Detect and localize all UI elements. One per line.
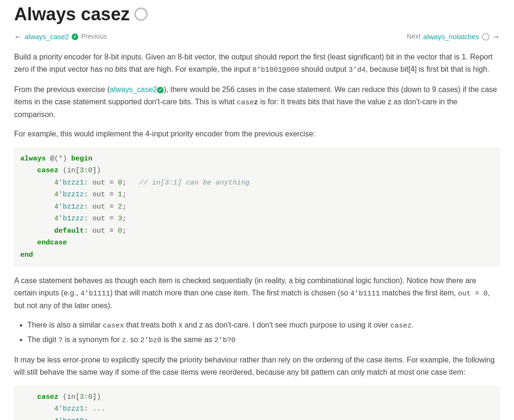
code-literal: 2'b?0 [215, 336, 236, 344]
list-item: There is also a similar casex that treat… [27, 319, 500, 332]
inline-link-always-case2[interactable]: always_case2 [110, 85, 158, 93]
page-title: Always casez [14, 0, 500, 29]
text: is a synonym for [63, 336, 122, 344]
next-link[interactable]: always_nolatches [423, 31, 479, 42]
code-literal: 3'd4 [348, 66, 365, 74]
nav-prev-group: ← always_case2✓ Previous [14, 31, 107, 43]
prev-link[interactable]: always_case2 [25, 31, 69, 42]
arrow-right-icon[interactable]: → [492, 31, 500, 43]
nav-next-group: Next always_nolatches → [407, 31, 500, 43]
code-literal: casez [390, 322, 412, 330]
text: ) that will match more than one case ite… [110, 289, 350, 297]
text: that treats both x and z as don't-care. … [124, 321, 390, 329]
check-icon: ✓ [72, 34, 78, 40]
title-text: Always casez [14, 0, 130, 29]
next-label: Next [407, 31, 421, 42]
text: . [412, 321, 414, 329]
code-literal: 8'b10010000 [252, 66, 299, 74]
list-item: The digit ? is a synonym for z. so 2'bz0… [27, 334, 500, 346]
text: From the previous exercise ( [14, 85, 110, 93]
code-literal: casez [237, 99, 258, 107]
status-empty-icon [134, 8, 148, 21]
code-literal: 2'bz0 [140, 336, 161, 344]
intro-paragraph-2: From the previous exercise (always_case2… [14, 84, 500, 120]
code-block-2: casez (in[3:0]) 4'bzzz1: ... 4'bzz10: ..… [14, 386, 500, 420]
text: There is also a similar [27, 321, 103, 329]
notes-list: There is also a similar casex that treat… [14, 319, 500, 346]
code-literal: 4'b1111 [81, 290, 110, 298]
priority-paragraph: It may be less error-prone to explicitly… [14, 354, 500, 378]
code-literal: z [122, 336, 126, 344]
prev-label: Previous [81, 31, 107, 42]
code-literal: out = 0 [458, 290, 488, 298]
code-literal: ? [58, 336, 63, 344]
text: is the same as [161, 336, 214, 344]
text: matches the first item, [380, 289, 458, 297]
nav-row: ← always_case2✓ Previous Next always_nol… [14, 31, 500, 43]
text: should output [299, 65, 348, 73]
code-literal: 4'b1111 [350, 290, 380, 298]
intro-paragraph-3: For example, this would implement the 4-… [14, 128, 500, 140]
status-empty-icon [482, 33, 489, 41]
text: The digit [27, 336, 58, 344]
intro-paragraph-1: Build a priority encoder for 8-bit input… [14, 51, 500, 76]
text: . so [126, 336, 140, 344]
arrow-left-icon[interactable]: ← [14, 31, 22, 43]
text: , because bit[4] is first bit that is hi… [365, 65, 489, 73]
check-icon: ✓ [157, 87, 164, 93]
code-block-1: always @(*) begin casez (in[3:0]) 4'bzzz… [14, 148, 500, 267]
explain-paragraph: A case statement behaves as though each … [14, 275, 500, 311]
code-literal: casex [103, 322, 124, 330]
